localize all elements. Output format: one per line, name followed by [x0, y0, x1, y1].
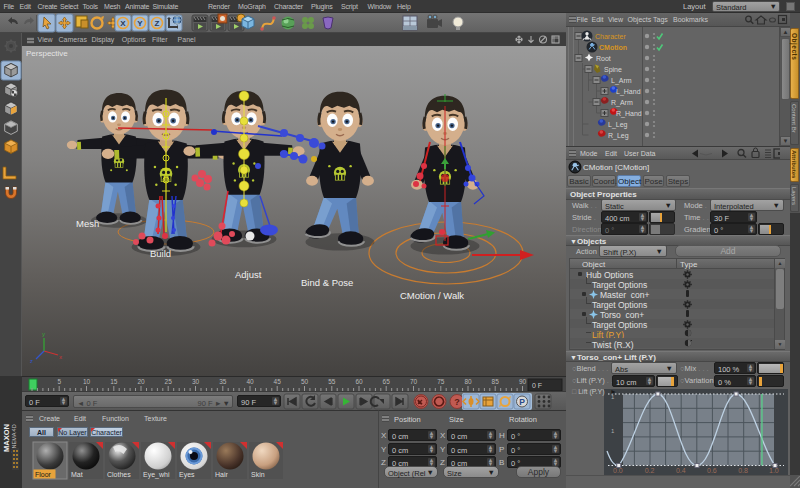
svg-text:Floor: Floor — [35, 471, 52, 478]
svg-text:60: 60 — [355, 378, 363, 385]
svg-text:30: 30 — [192, 378, 200, 385]
svg-text:MAXON: MAXON — [2, 424, 11, 452]
svg-text:X: X — [120, 19, 126, 28]
svg-text:Eye_whi: Eye_whi — [143, 471, 170, 479]
svg-text:Mat: Mat — [71, 471, 83, 478]
svg-text:Z: Z — [155, 19, 160, 28]
svg-text:85: 85 — [492, 378, 500, 385]
svg-text:L_Hand: L_Hand — [616, 88, 641, 96]
svg-text:Root: Root — [596, 55, 611, 62]
svg-text:Spine: Spine — [604, 66, 622, 74]
svg-text:R_Leg: R_Leg — [608, 132, 629, 140]
svg-text:0.2: 0.2 — [645, 467, 655, 474]
svg-text:z: z — [30, 358, 33, 364]
svg-text:40: 40 — [246, 378, 254, 385]
svg-text:90: 90 — [519, 378, 527, 385]
svg-text:0.0: 0.0 — [613, 467, 623, 474]
svg-text:75: 75 — [437, 378, 445, 385]
svg-text:15: 15 — [110, 378, 118, 385]
svg-text:65: 65 — [383, 378, 391, 385]
svg-text:x: x — [59, 354, 62, 360]
svg-text:CMotion / Walk: CMotion / Walk — [400, 290, 464, 301]
svg-text:Y: Y — [137, 19, 143, 28]
svg-text:50: 50 — [301, 378, 309, 385]
svg-text:Eyes: Eyes — [179, 471, 195, 479]
svg-text:?: ? — [454, 397, 460, 407]
svg-text:5: 5 — [57, 378, 61, 385]
svg-text:35: 35 — [219, 378, 227, 385]
svg-text:0 F: 0 F — [532, 382, 542, 389]
svg-text:Build: Build — [150, 248, 171, 259]
svg-text:Bind & Pose: Bind & Pose — [301, 277, 353, 288]
svg-text:P: P — [519, 397, 525, 407]
svg-text:R_Arm: R_Arm — [611, 99, 633, 107]
svg-text:CMotion: CMotion — [599, 44, 627, 51]
svg-text:20: 20 — [137, 378, 145, 385]
svg-text:Character: Character — [595, 33, 626, 40]
svg-text:Clothes: Clothes — [107, 471, 131, 478]
svg-text:Hair: Hair — [215, 471, 229, 478]
svg-text:R_Hand: R_Hand — [616, 110, 642, 118]
svg-text:1.0: 1.0 — [769, 467, 779, 474]
svg-text:0.4: 0.4 — [676, 467, 686, 474]
svg-text:Perspective: Perspective — [26, 49, 68, 58]
svg-text:y: y — [42, 331, 45, 337]
svg-text:0.6: 0.6 — [707, 467, 717, 474]
svg-text:70: 70 — [410, 378, 418, 385]
svg-text:Skin: Skin — [251, 471, 265, 478]
svg-text:55: 55 — [328, 378, 336, 385]
svg-text:Mesh: Mesh — [76, 218, 99, 229]
svg-text:45: 45 — [274, 378, 282, 385]
svg-text:L_Arm: L_Arm — [611, 77, 632, 85]
svg-text:0.8: 0.8 — [738, 467, 748, 474]
svg-text:80: 80 — [464, 378, 472, 385]
svg-text:L_Leg: L_Leg — [608, 121, 628, 129]
svg-text:Adjust: Adjust — [235, 269, 262, 280]
svg-text:10: 10 — [83, 378, 91, 385]
svg-text:25: 25 — [165, 378, 173, 385]
